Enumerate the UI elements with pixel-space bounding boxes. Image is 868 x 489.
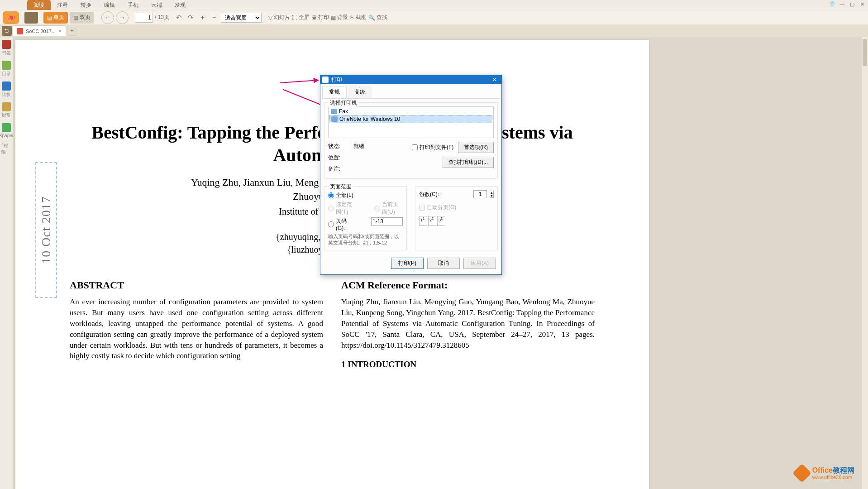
print-button[interactable]: 🖶打印 bbox=[311, 14, 329, 21]
slideshow-icon: ▽ bbox=[268, 14, 272, 21]
page-range-input[interactable] bbox=[371, 217, 403, 225]
menu-convert[interactable]: 转换 bbox=[74, 0, 98, 10]
rail-permission[interactable]: ^权限 bbox=[1, 143, 11, 155]
onenote-icon bbox=[331, 116, 338, 122]
dialog-tabs: 常规 高级 bbox=[322, 86, 500, 99]
page-total-label: / 13页 bbox=[155, 14, 172, 21]
intro-heading: 1 INTRODUCTION bbox=[341, 359, 595, 371]
single-page-button[interactable]: ▤单页 bbox=[43, 12, 68, 24]
location-label: 位置: bbox=[328, 154, 349, 162]
printer-icon bbox=[322, 77, 329, 83]
copies-input[interactable] bbox=[473, 190, 487, 198]
tab-close-icon[interactable]: × bbox=[58, 28, 62, 34]
minimize-icon[interactable]: — bbox=[839, 1, 845, 7]
menu-read[interactable]: 阅读 bbox=[27, 0, 51, 10]
prev-page-button[interactable]: ← bbox=[101, 11, 114, 24]
window-controls: 👕 — ▢ ✕ bbox=[829, 1, 865, 7]
search-icon: 🔍 bbox=[368, 14, 375, 21]
range-all-radio[interactable]: 全部(L) bbox=[328, 192, 353, 199]
zoom-in-icon[interactable]: ＋ bbox=[197, 13, 207, 23]
dual-page-icon: ▥ bbox=[73, 14, 78, 21]
rail-convert[interactable]: 转换 bbox=[1, 82, 11, 98]
menu-edit[interactable]: 编辑 bbox=[98, 0, 121, 10]
scissors-icon: ✂ bbox=[350, 14, 354, 21]
tab-title: SoCC 2017... bbox=[26, 29, 56, 34]
page-number-input[interactable] bbox=[135, 13, 153, 23]
preferences-button[interactable]: 首选项(R) bbox=[458, 142, 494, 153]
scrollbar-thumb[interactable] bbox=[863, 39, 867, 66]
dialog-footer: 打印(P) 取消 应用(A) bbox=[322, 254, 500, 273]
tab-advanced[interactable]: 高级 bbox=[348, 86, 372, 98]
rail-toc[interactable]: 目录 bbox=[1, 61, 11, 77]
abstract-text: An ever increasing number of configurati… bbox=[70, 297, 323, 361]
rail-xpaper[interactable]: Xpaper bbox=[1, 123, 11, 138]
rotate-right-icon[interactable]: ↷ bbox=[186, 13, 196, 23]
watermark-logo-icon bbox=[792, 464, 811, 483]
home-button[interactable]: ⮌ bbox=[2, 26, 12, 36]
menu-annotate[interactable]: 注释 bbox=[51, 0, 74, 10]
status-value: 就绪 bbox=[353, 143, 364, 150]
rotate-left-icon[interactable]: ↶ bbox=[174, 13, 184, 23]
copies-label: 份数(C): bbox=[419, 191, 439, 198]
printer-list[interactable]: Fax OneNote for Windows 10 bbox=[328, 106, 494, 138]
comment-label: 备注: bbox=[328, 165, 349, 173]
apply-button: 应用(A) bbox=[463, 258, 496, 269]
dialog-close-button[interactable]: ✕ bbox=[490, 77, 500, 83]
menu-discover[interactable]: 发现 bbox=[168, 0, 192, 10]
find-printer-button[interactable]: 查找打印机(D)... bbox=[443, 157, 494, 168]
abstract-column: ABSTRACT An ever increasing number of co… bbox=[70, 278, 323, 371]
rail-bookmarks[interactable]: 书签 bbox=[1, 40, 11, 56]
reference-column: ACM Reference Format: Yuqing Zhu, Jianxu… bbox=[341, 278, 595, 371]
cancel-button[interactable]: 取消 bbox=[427, 258, 460, 269]
menubar: 阅读 注释 转换 编辑 手机 云端 发现 👕 — ▢ ✕ bbox=[0, 0, 868, 10]
background-button[interactable]: ▦背景 bbox=[331, 14, 348, 21]
app-logo[interactable]: 🐙 bbox=[3, 11, 19, 24]
tab-general[interactable]: 常规 bbox=[322, 86, 347, 98]
fax-icon bbox=[331, 109, 337, 114]
maximize-icon[interactable]: ▢ bbox=[849, 1, 855, 7]
menu-mobile[interactable]: 手机 bbox=[121, 0, 145, 10]
background-icon: ▦ bbox=[331, 14, 336, 21]
select-printer-label: 选择打印机 bbox=[328, 99, 359, 107]
next-page-button[interactable]: → bbox=[116, 11, 129, 24]
copies-group: 份数(C): ▲▼ 自动分页(O) 112233 bbox=[415, 186, 498, 250]
screenshot-button[interactable]: ✂截图 bbox=[350, 14, 367, 21]
close-icon[interactable]: ✕ bbox=[859, 1, 865, 7]
reference-text: Yuqing Zhu, Jianxun Liu, Mengying Guo, Y… bbox=[341, 297, 595, 350]
side-rail: 书签 目录 转换 财富 Xpaper ^权限 bbox=[0, 37, 13, 155]
fullscreen-button[interactable]: ⛶全屏 bbox=[292, 14, 310, 21]
range-current-radio: 当前页面(U) bbox=[374, 201, 403, 216]
open-file-icon[interactable] bbox=[24, 12, 38, 24]
page-range-hint: 输入页码号码和/或页面范围，以英文逗号分割。如，1,5-12 bbox=[328, 233, 403, 246]
reference-heading: ACM Reference Format: bbox=[341, 278, 595, 292]
find-button[interactable]: 🔍查找 bbox=[368, 14, 387, 21]
zoom-fit-select[interactable]: 适合宽度 bbox=[221, 13, 262, 23]
shirt-icon[interactable]: 👕 bbox=[829, 1, 835, 7]
new-tab-button[interactable]: + bbox=[67, 26, 77, 36]
arxiv-stamp: 10 Oct 2017 bbox=[35, 162, 57, 298]
menu-cloud[interactable]: 云端 bbox=[145, 0, 168, 10]
print-dialog: 打印 ✕ 常规 高级 选择打印机 Fax OneNote for Windows… bbox=[320, 75, 502, 275]
document-tab[interactable]: SoCC 2017... × bbox=[13, 25, 66, 36]
page-range-group: 页面范围 全部(L) 选定范围(T) 当前页面(U) 页码(G): 输入页码号码… bbox=[324, 186, 407, 250]
watermark: Office教程网 www.office26.com bbox=[795, 466, 854, 480]
print-confirm-button[interactable]: 打印(P) bbox=[391, 258, 424, 269]
dual-page-button[interactable]: ▥双页 bbox=[70, 12, 94, 24]
range-pages-radio[interactable]: 页码(G): bbox=[328, 217, 353, 231]
status-label: 状态: bbox=[328, 143, 349, 150]
abstract-heading: ABSTRACT bbox=[70, 278, 323, 292]
single-page-icon: ▤ bbox=[47, 14, 52, 21]
collate-checkbox: 自动分页(O) bbox=[419, 204, 494, 211]
printer-onenote[interactable]: OneNote for Windows 10 bbox=[329, 115, 492, 123]
spin-down[interactable]: ▼ bbox=[490, 194, 493, 197]
pdf-icon bbox=[17, 28, 23, 34]
print-to-file-checkbox[interactable]: 打印到文件(F) bbox=[412, 144, 453, 151]
tabbar: ⮌ SoCC 2017... × + bbox=[0, 24, 868, 37]
spin-up[interactable]: ▲ bbox=[490, 191, 493, 194]
slideshow-button[interactable]: ▽幻灯片 bbox=[268, 14, 290, 21]
dialog-titlebar[interactable]: 打印 ✕ bbox=[320, 75, 501, 84]
vertical-scrollbar[interactable] bbox=[862, 37, 868, 489]
zoom-out-icon[interactable]: － bbox=[209, 13, 219, 23]
printer-fax[interactable]: Fax bbox=[329, 108, 492, 115]
rail-wealth[interactable]: 财富 bbox=[1, 102, 11, 119]
